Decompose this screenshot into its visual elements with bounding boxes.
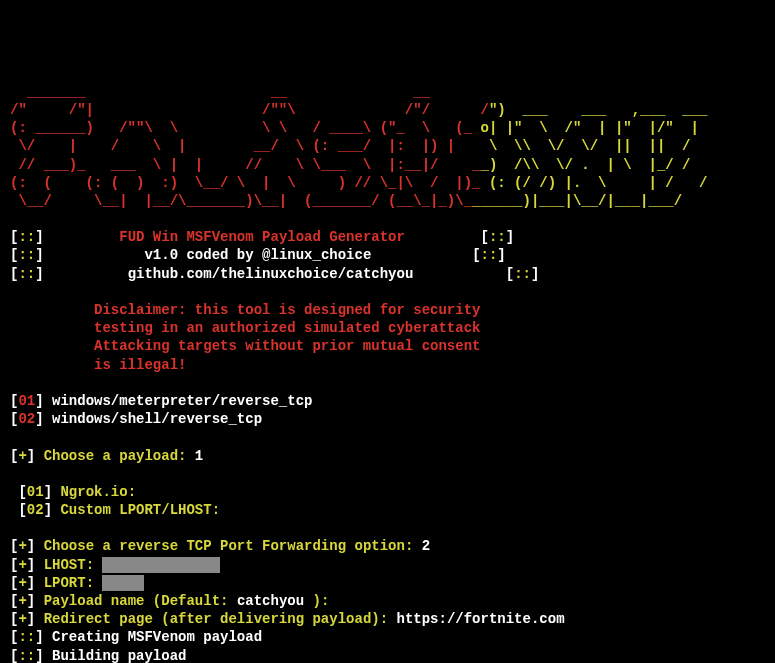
lhost-label: LHOST: — [44, 557, 94, 573]
choose-payload-input[interactable]: 1 — [195, 448, 203, 464]
status-building: Building payload — [52, 648, 186, 663]
status-creating: Creating MSFVenom payload — [52, 629, 262, 645]
lport-input[interactable] — [102, 575, 144, 591]
payload-opt2-txt: windows/shell/reverse_tcp — [52, 411, 262, 427]
terminal-output: _______ __ __ /" /"| /""\ /"/ /") ___ __… — [10, 83, 765, 663]
fwd-input[interactable]: 2 — [422, 538, 430, 554]
payload-name-prompt: Payload name (Default: — [44, 593, 229, 609]
payload-opt1-num: 01 — [18, 393, 35, 409]
fwd-opt1-txt: Ngrok.io: — [60, 484, 136, 500]
fwd-prompt: Choose a reverse TCP Port Forwarding opt… — [44, 538, 414, 554]
payload-opt1-txt: windows/meterpreter/reverse_tcp — [52, 393, 312, 409]
disclaimer-l1: Disclaimer: this tool is designed for se… — [94, 302, 480, 318]
fwd-opt2-txt: Custom LPORT/LHOST: — [60, 502, 220, 518]
version-text: v1.0 coded by @linux_choice — [144, 247, 371, 263]
github-link: github.com/thelinuxchoice/catchyou — [128, 266, 414, 282]
lport-label: LPORT: — [44, 575, 94, 591]
ascii-art-yellow — [489, 84, 716, 100]
payload-name-close: ): — [313, 593, 330, 609]
ascii-art-red: _______ __ __ — [10, 84, 489, 100]
fwd-opt1-num: 01 — [27, 484, 44, 500]
disclaimer-l4: is illegal! — [94, 357, 186, 373]
redirect-input[interactable]: https://fortnite.com — [397, 611, 565, 627]
payload-opt2-num: 02 — [18, 411, 35, 427]
disclaimer-l3: Attacking targets without prior mutual c… — [94, 338, 480, 354]
app-title: FUD Win MSFVenom Payload Generator — [119, 229, 405, 245]
fwd-opt2-num: 02 — [27, 502, 44, 518]
redirect-prompt: Redirect page (after delivering payload)… — [44, 611, 388, 627]
choose-payload-prompt: Choose a payload: — [44, 448, 187, 464]
disclaimer-l2: testing in an authorized simulated cyber… — [94, 320, 480, 336]
lhost-input[interactable] — [102, 557, 220, 573]
payload-name-default: catchyou — [237, 593, 304, 609]
